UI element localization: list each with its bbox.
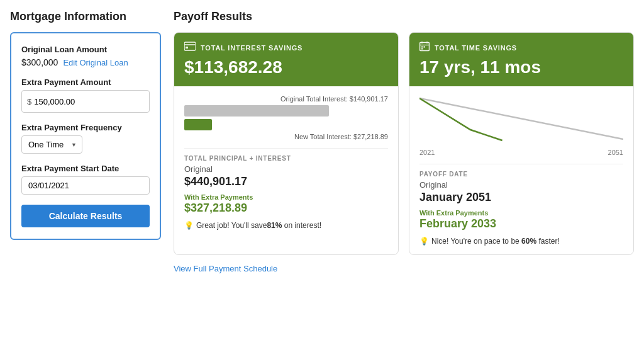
time-savings-value: 17 yrs, 11 mos	[419, 58, 623, 77]
extra-payment-label: Extra Payment Amount	[21, 77, 150, 87]
extra-payment-group: Extra Payment Amount $	[21, 77, 150, 113]
start-date-label: Extra Payment Start Date	[21, 164, 150, 173]
interest-savings-label: TOTAL INTEREST SAVINGS	[201, 44, 303, 52]
original-loan-group: Original Loan Amount $300,000 Edit Origi…	[21, 45, 150, 67]
extra-pi-amount: $327,218.89	[184, 202, 388, 215]
original-interest-label: Original Total Interest: $140,901.17	[184, 95, 388, 103]
time-line-chart: 2021 2051	[419, 95, 623, 156]
original-bar	[184, 105, 329, 117]
interest-savings-value: $113,682.28	[184, 58, 388, 77]
lightbulb-icon-time: 💡	[419, 237, 429, 246]
extra-date-label: With Extra Payments	[419, 209, 623, 217]
svg-rect-0	[184, 42, 196, 50]
payoff-date-section-label: PAYOFF DATE	[419, 171, 623, 178]
original-date-label: Original	[419, 180, 623, 190]
original-date: January 2051	[419, 191, 623, 204]
time-tip: 💡 Nice! You're on pace to be 60% faster!	[419, 237, 623, 246]
results-grid: TOTAL INTEREST SAVINGS $113,682.28 Origi…	[174, 32, 634, 255]
original-pi-amount: $440,901.17	[184, 175, 388, 188]
original-loan-label: Original Loan Amount	[21, 45, 150, 54]
left-panel: Mortgage Information Original Loan Amoun…	[10, 10, 161, 273]
svg-rect-9	[421, 48, 423, 50]
time-savings-icon	[419, 42, 430, 54]
form-card: Original Loan Amount $300,000 Edit Origi…	[10, 32, 161, 240]
lightbulb-icon: 💡	[184, 221, 194, 230]
calculate-results-button[interactable]: Calculate Results	[21, 205, 150, 227]
interest-card-body: Original Total Interest: $140,901.17 New…	[174, 86, 398, 239]
payoff-results-title: Payoff Results	[174, 10, 634, 23]
extra-date: February 2033	[419, 217, 623, 230]
new-interest-label: New Total Interest: $27,218.89	[184, 133, 388, 140]
view-schedule-link[interactable]: View Full Payment Schedule	[174, 264, 277, 273]
interest-card-header: TOTAL INTEREST SAVINGS $113,682.28	[174, 33, 398, 86]
year-labels: 2021 2051	[419, 149, 623, 156]
frequency-label: Extra Payment Frequency	[21, 123, 150, 132]
time-savings-label: TOTAL TIME SAVINGS	[435, 44, 517, 52]
year-start-label: 2021	[419, 149, 435, 156]
interest-tip: 💡 Great job! You'll save81% on interest!	[184, 221, 388, 230]
extra-payment-input[interactable]	[34, 97, 144, 106]
interest-bar-chart: Original Total Interest: $140,901.17 New…	[184, 95, 388, 140]
edit-original-loan-link[interactable]: Edit Original Loan	[63, 58, 128, 67]
time-card-header: TOTAL TIME SAVINGS 17 yrs, 11 mos	[409, 33, 633, 86]
new-bar	[184, 119, 212, 130]
tip-text: Great job! You'll save81% on interest!	[196, 221, 321, 230]
start-date-input[interactable]	[21, 176, 150, 195]
mortgage-info-title: Mortgage Information	[10, 10, 161, 23]
frequency-select-wrapper: One Time Monthly Yearly	[21, 135, 82, 154]
svg-rect-8	[424, 47, 426, 48]
year-end-label: 2051	[608, 149, 623, 156]
start-date-group: Extra Payment Start Date	[21, 164, 150, 195]
right-panel: Payoff Results TOTAL INTEREST SAVINGS	[174, 10, 634, 273]
extra-pi-label: With Extra Payments	[184, 193, 388, 201]
time-card-body: 2021 2051 PAYOFF DATE Original January 2…	[409, 86, 633, 254]
svg-rect-2	[186, 47, 188, 48]
frequency-select[interactable]: One Time Monthly Yearly	[21, 135, 82, 154]
svg-rect-7	[421, 47, 423, 48]
time-card: TOTAL TIME SAVINGS 17 yrs, 11 mos 202	[409, 32, 634, 255]
frequency-group: Extra Payment Frequency One Time Monthly…	[21, 123, 150, 154]
original-pi-label: Original	[184, 164, 388, 174]
interest-savings-icon	[184, 42, 196, 54]
extra-payment-input-wrapper: $	[21, 90, 150, 113]
interest-card: TOTAL INTEREST SAVINGS $113,682.28 Origi…	[174, 32, 399, 255]
principal-interest-section-label: TOTAL PRINCIPAL + INTEREST	[184, 155, 388, 162]
time-tip-text: Nice! You're on pace to be 60% faster!	[431, 237, 560, 246]
original-loan-value: $300,000	[21, 57, 58, 67]
dollar-prefix: $	[27, 97, 31, 106]
